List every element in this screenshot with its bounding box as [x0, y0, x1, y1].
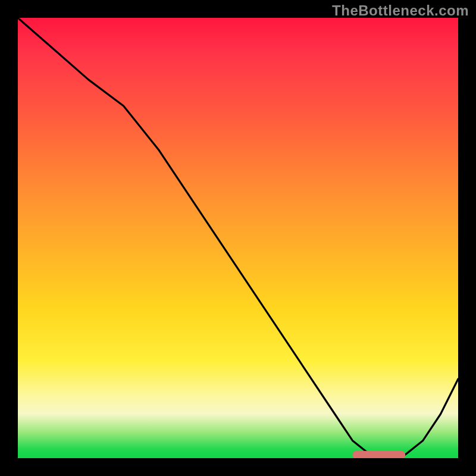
- heat-gradient: [18, 18, 458, 458]
- chart-stage: TheBottleneck.com: [0, 0, 476, 476]
- watermark-text: TheBottleneck.com: [332, 2, 469, 19]
- plot-area: [18, 18, 458, 458]
